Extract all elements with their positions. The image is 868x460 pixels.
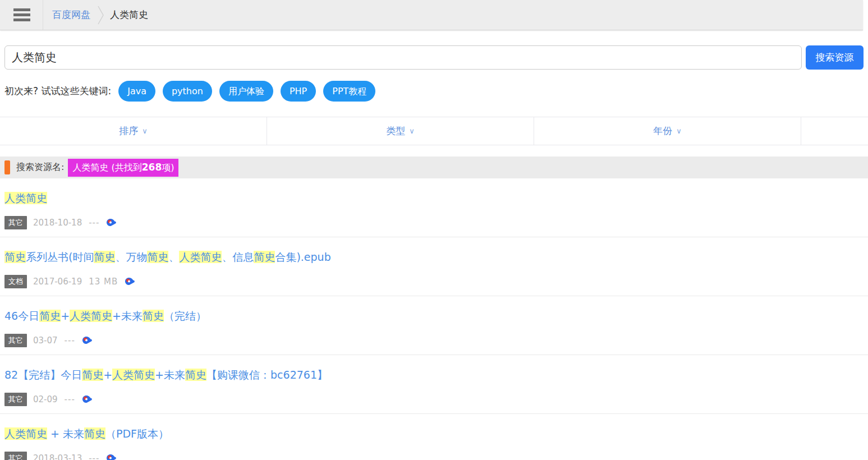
title-segment: 简史: [82, 369, 103, 381]
title-segment: 简史: [94, 251, 115, 263]
result-meta: 文档 2017-06-19 13 MB: [4, 275, 864, 288]
results-count: 268: [142, 162, 162, 173]
keyword-pill[interactable]: python: [163, 81, 212, 102]
title-segment: 人类简史: [4, 427, 47, 440]
keyword-pill[interactable]: Java: [118, 81, 155, 102]
filter-label: 类型: [386, 125, 405, 137]
result-type-badge: 其它: [4, 452, 27, 460]
result-title-link[interactable]: 简史系列丛书(时间简史、万物简史、人类简史、信息简史合集).epub: [4, 251, 331, 263]
title-segment: 简史: [4, 251, 26, 263]
title-segment: +未来: [112, 310, 143, 322]
result-title-link[interactable]: 人类简史 + 未来简史（PDF版本）: [4, 427, 169, 440]
keyword-pill[interactable]: PHP: [281, 81, 316, 102]
chevron-down-icon: ∨: [142, 127, 148, 135]
filter-dropdown[interactable]: 年份∨: [534, 117, 801, 145]
title-segment: 46今日: [4, 310, 39, 322]
title-segment: 系列丛书(时间: [26, 251, 94, 263]
title-segment: 简史: [143, 310, 164, 322]
title-segment: 、: [168, 251, 179, 263]
title-segment: 简史: [185, 369, 206, 381]
result-item: 人类简史 其它 2018-10-18 ---: [0, 178, 868, 237]
title-segment: 82【完结】今日: [4, 369, 82, 381]
result-title-link[interactable]: 人类简史: [4, 192, 47, 204]
baidu-netdisk-icon[interactable]: [82, 336, 93, 345]
result-meta: 其它 02-09 ---: [4, 393, 864, 406]
result-title-link[interactable]: 82【完结】今日简史+人类简史+未来简史【购课微信：bc62761】: [4, 369, 328, 381]
result-meta: 其它 2018-10-18 ---: [4, 216, 864, 229]
title-segment: （PDF版本）: [105, 427, 169, 440]
results-query-text: 人类简史 (共找到: [72, 162, 141, 173]
filter-bar: 排序∨类型∨年份∨: [0, 117, 868, 145]
keyword-pill-list: Javapython用户体验PHPPPT教程: [118, 81, 383, 102]
title-segment: 简史: [39, 310, 61, 322]
title-segment: + 未来: [47, 427, 84, 440]
result-date: 02-09: [33, 394, 58, 404]
results-count-suffix: 项): [162, 162, 174, 173]
baidu-netdisk-icon[interactable]: [125, 277, 135, 286]
results-query-highlight: 人类简史 (共找到268项): [68, 159, 178, 177]
keyword-pill[interactable]: 用户体验: [219, 81, 273, 102]
result-date: 03-07: [33, 335, 58, 346]
chevron-right-icon: [97, 4, 104, 26]
result-item: 82【完结】今日简史+人类简史+未来简史【购课微信：bc62761】 其它 02…: [0, 355, 868, 414]
keyword-suggestions: 初次来? 试试这些关键词: Javapython用户体验PHPPPT教程: [4, 81, 864, 102]
title-segment: +: [61, 310, 70, 322]
search-bar: 搜索资源: [4, 45, 864, 70]
title-segment: +未来: [155, 369, 185, 381]
title-segment: 简史: [84, 427, 105, 440]
baidu-netdisk-icon[interactable]: [106, 454, 117, 460]
result-title-link[interactable]: 46今日简史+人类简史+未来简史（完结）: [4, 310, 206, 322]
title-segment: 人类简史: [70, 310, 112, 322]
result-size: ---: [65, 394, 75, 404]
title-segment: +: [103, 369, 112, 381]
search-button[interactable]: 搜索资源: [806, 45, 864, 70]
chevron-down-icon: ∨: [676, 127, 682, 135]
breadcrumb: 百度网盘 人类简史: [43, 0, 148, 30]
menu-icon[interactable]: [13, 6, 30, 24]
breadcrumb-root-link[interactable]: 百度网盘: [52, 8, 90, 21]
filter-dropdown[interactable]: 类型∨: [267, 117, 534, 145]
title-segment: 合集).epub: [275, 251, 330, 263]
top-bar: 百度网盘 人类简史: [0, 0, 863, 30]
baidu-netdisk-icon[interactable]: [106, 218, 117, 227]
title-segment: 、信息: [222, 251, 254, 263]
result-type-badge: 其它: [4, 334, 27, 347]
title-segment: 人类简史: [4, 192, 47, 204]
results-header: 搜索资源名: 人类简史 (共找到268项): [0, 157, 868, 178]
title-segment: 简史: [147, 251, 168, 263]
results-header-label: 搜索资源名:: [16, 162, 64, 173]
result-date: 2017-06-19: [33, 277, 82, 287]
search-input[interactable]: [4, 45, 802, 70]
result-meta: 其它 03-07 ---: [4, 334, 864, 347]
title-segment: 、万物: [115, 251, 147, 263]
title-segment: 人类简史: [179, 251, 222, 263]
keyword-pill[interactable]: PPT教程: [323, 81, 375, 102]
result-item: 人类简史 + 未来简史（PDF版本） 其它 2018-03-13 ---: [0, 414, 868, 460]
result-item: 简史系列丛书(时间简史、万物简史、人类简史、信息简史合集).epub 文档 20…: [0, 237, 868, 296]
result-size: ---: [89, 453, 99, 460]
result-date: 2018-03-13: [33, 453, 82, 460]
title-segment: 人类简史: [112, 369, 155, 381]
title-segment: 简史: [254, 251, 275, 263]
chevron-down-icon: ∨: [409, 127, 415, 135]
result-size: ---: [89, 218, 99, 228]
result-type-badge: 其它: [4, 393, 27, 406]
filter-label: 年份: [653, 125, 672, 137]
baidu-netdisk-icon[interactable]: [82, 395, 93, 404]
result-size: ---: [65, 335, 75, 346]
filter-bar-spacer: [801, 117, 868, 145]
result-meta: 其它 2018-03-13 ---: [4, 452, 864, 460]
result-item: 46今日简史+人类简史+未来简史（完结） 其它 03-07 ---: [0, 296, 868, 355]
title-segment: （完结）: [164, 310, 206, 322]
title-segment: 【购课微信：bc62761】: [206, 369, 328, 381]
filter-dropdown[interactable]: 排序∨: [0, 117, 267, 145]
filter-label: 排序: [119, 125, 138, 137]
result-type-badge: 文档: [4, 275, 27, 288]
orange-marker-icon: [4, 160, 10, 174]
result-list: 人类简史 其它 2018-10-18 --- 简史系列丛书(时间简史、万物简史、…: [0, 178, 868, 460]
keywords-label: 初次来? 试试这些关键词:: [4, 85, 111, 98]
result-date: 2018-10-18: [33, 218, 82, 228]
result-size: 13 MB: [89, 277, 118, 287]
breadcrumb-current: 人类简史: [110, 8, 148, 21]
result-type-badge: 其它: [4, 216, 27, 229]
